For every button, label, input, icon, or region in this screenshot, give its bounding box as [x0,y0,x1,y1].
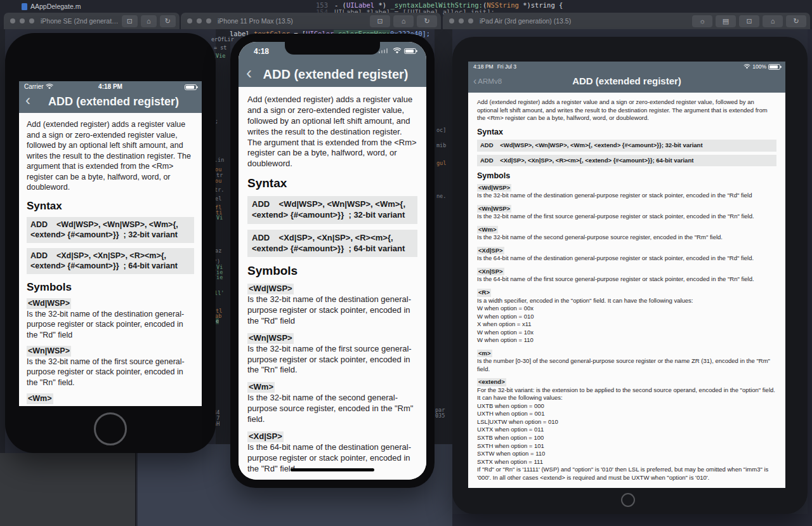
syntax-32bit: ADD <Wd|WSP>, <Wn|WSP>, <Wm>{, <extend> … [27,217,194,243]
iphone-se-screen: Carrier 4:18 PM ‹ ADD (extended register… [19,81,202,406]
symbol-term: <Wm> [27,393,53,404]
symbol-term: <Xd|SP> [247,431,284,442]
symbol-entry: <Wd|WSP> Is the 32-bit name of the desti… [27,298,194,340]
rotate-icon: ↻ [424,18,429,25]
minimize-window-button[interactable] [197,18,202,23]
symbol-term: <Wd|WSP> [247,284,294,294]
symbol-term: <Wm> [247,382,275,393]
editor-gap-column-2 [435,29,452,444]
document-scroll-area[interactable]: Add (extended register) adds a register … [19,113,202,406]
code-fragment: erOfLir [211,36,234,43]
screenshot-icon: ⊡ [377,18,383,25]
window-controls[interactable] [449,18,473,23]
code-fragment: .in [214,157,224,163]
symbol-entry: <Wm> Is the 32-bit name of the second ge… [477,226,776,242]
ipad-air-device-frame: 4:18 PM Fri Jul 3 100% ‹ ARMv8 ADD (exte… [452,37,808,514]
simulator-titlebar-iphone-se[interactable]: iPhone SE (2nd generation) (13... ⊡ ⌂ ↻ [4,13,180,29]
status-time: 4:18 [254,47,269,56]
close-window-button[interactable] [10,18,15,23]
home-icon: ⌂ [771,18,775,25]
wifi-icon [393,48,402,54]
back-chevron-icon[interactable]: ‹ [246,63,252,83]
doc-description: Add (extended register) adds a register … [477,98,776,122]
rotate-button[interactable]: ↻ [160,15,176,27]
screenshot-icon: ⊡ [746,18,752,25]
appearance-button[interactable]: ☼ [692,15,712,27]
zoom-window-button[interactable] [206,18,211,23]
battery-icon [404,48,416,54]
code-fragment: = st [214,44,226,51]
simulator-titlebar-iphone-11[interactable]: iPhone 11 Pro Max (13.5) ⊡ ⌂ ↻ [181,13,441,29]
code-fragment: mib [436,142,446,148]
editor-gap-column-1 [216,29,230,453]
back-chevron-icon[interactable]: ‹ [25,91,30,109]
symbol-description: Is the number [0-30] of the second gener… [477,357,776,373]
screenshot-icon: ⊡ [127,18,133,25]
rotate-button[interactable]: ↻ [417,15,437,27]
zoom-window-button[interactable] [468,18,473,23]
battery-icon [185,84,197,90]
home-button[interactable] [621,493,635,507]
document-scroll-area[interactable]: Add (extended register) adds a register … [239,87,426,480]
home-indicator[interactable] [291,468,374,471]
syntax-heading: Syntax [477,127,776,138]
xcode-file-tab[interactable]: AAppDelegate.m [22,1,81,11]
screenshot-button[interactable]: ⊡ [122,15,138,27]
symbol-entry: <Wd|WSP> Is the 32-bit name of the desti… [477,184,776,200]
symbol-entry: <Wm> Is the 32-bit name of the second ge… [247,382,417,425]
window-title: iPad Air (3rd generation) (13.5) [480,17,571,25]
rotate-button[interactable]: ↻ [786,15,806,27]
symbol-description: Is the 32-bit name of the destination ge… [477,192,776,200]
close-window-button[interactable] [449,18,454,23]
symbol-term: <Xn|SP> [477,268,504,276]
wifi-icon [743,64,750,69]
symbol-term: <Wd|WSP> [477,184,511,192]
status-time: 4:18 PM [98,83,122,90]
syntax-heading: Syntax [27,199,194,213]
close-window-button[interactable] [187,18,192,23]
home-button[interactable] [94,412,127,445]
symbol-term: <R> [477,289,491,297]
window-controls[interactable] [187,18,211,23]
simulator-titlebar-ipad-air[interactable]: iPad Air (3rd generation) (13.5) ☼ ▤ ⊡ ⌂… [443,13,810,29]
minimize-window-button[interactable] [459,18,464,23]
symbols-heading: Symbols [27,280,194,294]
screenshot-button[interactable]: ⊡ [370,15,390,27]
document-scroll-area[interactable]: Add (extended register) adds a register … [468,93,785,488]
zoom-window-button[interactable] [29,18,34,23]
symbol-term: <Wn|WSP> [247,333,294,344]
doc-description: Add (extended register) adds a register … [27,119,194,193]
window-controls[interactable] [10,18,34,23]
syntax-heading: Syntax [247,176,417,192]
appearance-icon: ☼ [699,18,705,25]
bottom-right-panel [452,514,812,526]
symbol-description: Is the 32-bit name of the first source g… [477,213,776,221]
battery-icon [768,64,780,70]
editor-left-edge [0,29,5,453]
symbol-entry: <m> Is the number [0-30] of the second g… [477,350,776,374]
home-button[interactable]: ⌂ [141,15,157,27]
nav-title: ADD (extended register) [519,76,735,86]
keyboard-button[interactable]: ▤ [716,15,736,27]
home-button[interactable]: ⌂ [393,15,414,27]
battery-percent: 100% [752,63,766,70]
symbol-entry: <extend> For the 32-bit variant: is the … [477,378,776,488]
file-tab-label: AAppDelegate.m [30,3,81,10]
symbol-description: Is the 32-bit name of the first source g… [247,344,417,376]
navigation-header: 4:18 PM Fri Jul 3 100% ‹ ARMv8 ADD (exte… [468,62,785,93]
symbol-description: Is the 32-bit name of the destination ge… [27,309,194,341]
symbol-entry: <R> Is a width specifier, encoded in the… [477,289,776,345]
screenshot-button[interactable]: ⊡ [739,15,759,27]
ipad-air-screen: 4:18 PM Fri Jul 3 100% ‹ ARMv8 ADD (exte… [468,62,785,488]
symbol-term: <extend> [477,378,506,386]
minimize-window-button[interactable] [20,18,25,23]
navigation-header: Carrier 4:18 PM ‹ ADD (extended register… [19,81,202,113]
symbols-heading: Symbols [477,171,776,181]
nav-title: ADD (extended register) [38,95,189,108]
nav-title: ADD (extended register) [260,67,411,82]
home-button[interactable]: ⌂ [763,15,783,27]
back-button-armv8[interactable]: ‹ ARMv8 [473,76,502,87]
symbol-term: <Wn|WSP> [27,346,71,357]
syntax-64bit: ADD <Xd|SP>, <Xn|SP>, <R><m>{, <extend> … [477,155,776,167]
symbol-term: <Wd|WSP> [27,298,71,309]
